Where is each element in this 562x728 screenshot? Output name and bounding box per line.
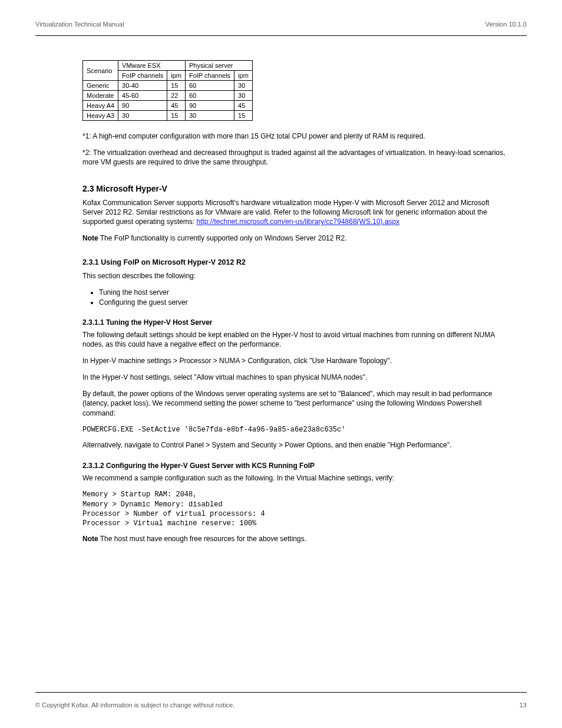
channels-table: Scenario VMware ESX Physical server FoIP… [82, 60, 253, 121]
cell: Physical server [185, 61, 252, 71]
cell: ipm [234, 71, 253, 81]
cell: 90 [185, 101, 234, 111]
cell: 15 [167, 81, 186, 91]
tune-cmd-2: In the Hyper-V host settings, select "Al… [82, 373, 506, 382]
vm-settings-block: Memory > Startup RAM: 2048, Memory > Dyn… [82, 490, 506, 528]
table-row: Heavy A4 90 45 90 45 [83, 101, 253, 111]
bottom-rule [35, 692, 527, 693]
cell: 90 [118, 101, 167, 111]
footer-left: © Copyright Kofax. All information is su… [35, 701, 234, 709]
tune-para-1: The following default settings should be… [82, 330, 506, 349]
table-row: Scenario VMware ESX Physical server [83, 61, 253, 71]
tune-para-2: By default, the power options of the Win… [82, 389, 506, 418]
powershell-command: POWERCFG.EXE -SetActive '8c5e7fda-e8bf-4… [82, 425, 506, 434]
note-label: Note [82, 535, 98, 543]
header-right: Version 10.1.0 [485, 21, 527, 28]
cell: 60 [185, 81, 234, 91]
cell: ipm [167, 71, 186, 81]
guest-note: Note The host must have enough free reso… [82, 534, 506, 543]
cell: 15 [234, 111, 253, 121]
subsubsection-2311: 2.3.1.1 Tuning the Hyper-V Host Server [82, 318, 506, 327]
cell: FoIP channels [185, 71, 234, 81]
subsection-intro: This section describes the following: [82, 271, 506, 281]
footnote-1: *1: A high-end computer configuration wi… [82, 131, 506, 141]
list-item: Tuning the host server [99, 288, 506, 297]
note-text: The FoIP functionality is currently supp… [98, 234, 347, 242]
header-left: Virtualization Technical Manual [35, 21, 124, 28]
cell: Moderate [83, 91, 118, 101]
cell: 30 [118, 111, 167, 121]
bullet-list: Tuning the host server Configuring the g… [99, 288, 506, 307]
cell: Heavy A3 [83, 111, 118, 121]
guest-para-1: We recommend a sample configuration such… [82, 473, 506, 483]
tune-cmd-1: In Hyper-V machine settings > Processor … [82, 356, 506, 365]
cell: 45 [234, 101, 253, 111]
cell: 15 [167, 111, 186, 121]
cell: 45 [167, 101, 186, 111]
cell: 45-60 [118, 91, 167, 101]
subsubsection-2312: 2.3.1.2 Configuring the Hyper-V Guest Se… [82, 462, 506, 470]
cell: VMware ESX [118, 61, 186, 71]
cell: Generic [83, 81, 118, 91]
cell: 60 [185, 91, 234, 101]
cell: Scenario [83, 61, 118, 81]
hyperv-note: Note The FoIP functionality is currently… [82, 233, 506, 243]
section-heading-hyperv: 2.3 Microsoft Hyper-V [82, 184, 506, 193]
subsection-231: 2.3.1 Using FoIP on Microsoft Hyper-V 20… [82, 258, 506, 266]
tune-para-3: Alternatively, navigate to Control Panel… [82, 440, 506, 450]
table-row: Heavy A3 30 15 30 15 [83, 111, 253, 121]
top-rule [35, 35, 527, 36]
technet-link[interactable]: http://technet.microsoft.com/en-us/libra… [196, 218, 399, 226]
footer-right-pagenum: 13 [520, 701, 527, 709]
table-row: Generic 30-40 15 60 30 [83, 81, 253, 91]
cell: 30-40 [118, 81, 167, 91]
cell: Heavy A4 [83, 101, 118, 111]
table-row: Moderate 45-60 22 60 30 [83, 91, 253, 101]
page-content: Scenario VMware ESX Physical server FoIP… [82, 60, 506, 543]
cell: FoIP channels [118, 71, 167, 81]
cell: 30 [185, 111, 234, 121]
cell: 30 [234, 91, 253, 101]
cell: 30 [234, 81, 253, 91]
note-text: The host must have enough free resources… [98, 535, 306, 543]
hyperv-intro-paragraph: Kofax Communication Server supports Micr… [82, 198, 506, 227]
cell: 22 [167, 91, 186, 101]
note-label: Note [82, 234, 98, 242]
footnote-2: *2: The virtualization overhead and decr… [82, 148, 506, 167]
list-item: Configuring the guest server [99, 298, 506, 307]
